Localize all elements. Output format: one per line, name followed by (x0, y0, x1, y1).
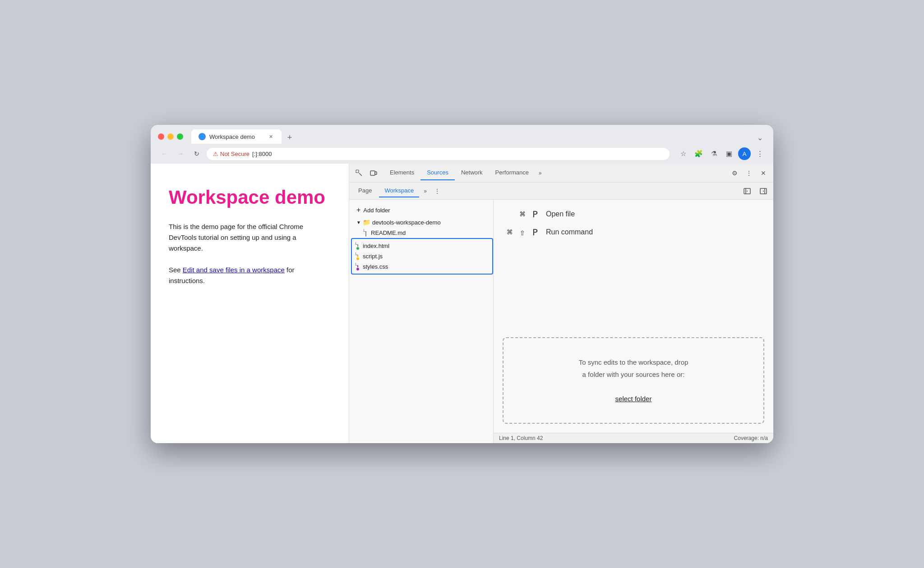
subtabs-more[interactable]: » (421, 186, 430, 196)
toggle-sidebar-right-icon[interactable] (757, 185, 770, 197)
url-address: [:]:8000 (252, 151, 272, 157)
subtab-right-icons (741, 185, 770, 197)
green-dot-index (356, 247, 360, 250)
status-position: Line 1, Column 42 (499, 435, 543, 441)
tab-close-button[interactable]: ✕ (267, 133, 274, 140)
plus-icon: + (356, 206, 360, 214)
devtools-toolbar-right: ⚙ ⋮ ✕ (728, 167, 770, 179)
tab-sources[interactable]: Sources (420, 165, 455, 180)
file-row-index[interactable]: index.html (353, 241, 491, 251)
back-button[interactable]: ← (158, 147, 171, 160)
tabs-more-button[interactable]: ⌄ (753, 131, 766, 144)
select-folder-link[interactable]: select folder (615, 395, 652, 403)
file-name-index: index.html (363, 243, 389, 249)
menu-icon[interactable]: ⋮ (753, 147, 766, 160)
file-name-readme: README.md (371, 229, 406, 236)
toggle-sidebar-left-icon[interactable] (741, 185, 753, 197)
tab-title: Workspace demo (209, 133, 263, 140)
devtools-tabs-more[interactable]: » (535, 168, 545, 178)
orange-dot-script (356, 257, 360, 261)
subtab-workspace[interactable]: Workspace (379, 184, 419, 197)
svg-rect-1 (370, 171, 375, 175)
browser-toolbar-icons: ☆ 🧩 ⚗ ▣ A ⋮ (677, 147, 766, 160)
drop-zone-line2: a folder with your sources here or: (513, 368, 754, 380)
shortcut-open-label: Open file (546, 210, 575, 218)
subtab-page[interactable]: Page (353, 184, 377, 197)
close-traffic-light[interactable] (158, 133, 164, 140)
labs-icon[interactable]: ⚗ (707, 147, 720, 160)
subtab-menu-icon[interactable]: ⋮ (431, 186, 443, 197)
file-group-highlight: index.html script.js (351, 238, 493, 275)
tab-network[interactable]: Network (455, 165, 489, 180)
shortcut-open-file: ⌘ P Open file (503, 209, 764, 220)
warning-icon: ⚠ (213, 151, 218, 157)
shortcut-run-keys: ⌘ ⇧ P (503, 227, 539, 238)
shortcut-run-label: Run command (546, 228, 593, 236)
address-bar: ← → ↻ ⚠ Not Secure [:]:8000 ☆ 🧩 ⚗ ▣ A ⋮ (151, 144, 773, 164)
fullscreen-traffic-light[interactable] (177, 133, 183, 140)
status-bar: Line 1, Column 42 Coverage: n/a (494, 433, 773, 443)
devtools-menu-icon[interactable]: ⋮ (743, 167, 755, 179)
tab-performance[interactable]: Performance (489, 165, 535, 180)
svg-rect-0 (356, 170, 359, 173)
sources-secondary-toolbar: Page Workspace » ⋮ (349, 183, 773, 200)
drop-zone-line1: To sync edits to the workspace, drop (513, 356, 754, 368)
editor-area: ⌘ P Open file ⌘ ⇧ P Run command To sync … (494, 200, 773, 443)
settings-icon[interactable]: ⚙ (728, 167, 741, 179)
folder-arrow-icon: ▼ (356, 220, 361, 225)
browser-window: 🌐 Workspace demo ✕ + ⌄ ← → ↻ ⚠ Not Secur… (151, 125, 773, 443)
file-row-script[interactable]: script.js (353, 251, 491, 261)
page-title: Workspace demo (169, 186, 331, 209)
purple-dot-styles (356, 267, 360, 271)
svg-rect-2 (375, 172, 377, 174)
file-row-styles[interactable]: styles.css (353, 261, 491, 272)
tab-favicon: 🌐 (199, 133, 206, 140)
file-name-script: script.js (363, 253, 383, 260)
tab-bar: 🌐 Workspace demo ✕ + ⌄ (191, 129, 766, 144)
security-warning: ⚠ Not Secure (213, 151, 249, 157)
file-name-styles: styles.css (363, 263, 388, 270)
device-toolbar-icon[interactable] (367, 167, 380, 179)
reload-button[interactable]: ↻ (190, 147, 203, 160)
new-tab-button[interactable]: + (283, 131, 296, 144)
tab-elements[interactable]: Elements (383, 165, 420, 180)
bookmark-icon[interactable]: ☆ (677, 147, 689, 160)
webpage-content: Workspace demo This is the demo page for… (151, 164, 349, 443)
main-content: Workspace demo This is the demo page for… (151, 164, 773, 443)
status-coverage: Coverage: n/a (734, 435, 768, 441)
devtools-panel: Elements Sources Network Performance » ⚙ (349, 164, 773, 443)
page-see-text: See Edit and save files in a workspace f… (169, 265, 331, 286)
drop-zone[interactable]: To sync edits to the workspace, drop a f… (503, 337, 764, 424)
devtools-tabs: Elements Sources Network Performance » (383, 165, 726, 180)
file-tree: + Add folder ▼ 📁 devtools-workspace-demo… (349, 200, 494, 443)
profile-icon[interactable]: A (738, 147, 751, 160)
extensions-icon[interactable]: 🧩 (692, 147, 705, 160)
file-row-readme[interactable]: README.md (349, 228, 493, 238)
inspect-element-icon[interactable] (353, 167, 365, 179)
traffic-lights (158, 133, 183, 140)
editor-shortcuts: ⌘ P Open file ⌘ ⇧ P Run command (494, 200, 773, 328)
forward-button[interactable]: → (174, 147, 187, 160)
sources-panel-body: + Add folder ▼ 📁 devtools-workspace-demo… (349, 200, 773, 443)
shortcut-open-keys: ⌘ P (503, 209, 539, 220)
folder-icon: 📁 (363, 219, 370, 226)
folder-row[interactable]: ▼ 📁 devtools-workspace-demo (349, 217, 493, 228)
close-devtools-icon[interactable]: ✕ (757, 167, 770, 179)
browser-tab[interactable]: 🌐 Workspace demo ✕ (191, 129, 282, 144)
page-description: This is the demo page for the official C… (169, 221, 331, 254)
workspace-link[interactable]: Edit and save files in a workspace (183, 266, 285, 274)
split-screen-icon[interactable]: ▣ (723, 147, 735, 160)
minimize-traffic-light[interactable] (167, 133, 174, 140)
shortcut-run-command: ⌘ ⇧ P Run command (503, 227, 764, 238)
title-bar: 🌐 Workspace demo ✕ + ⌄ (151, 125, 773, 144)
url-bar[interactable]: ⚠ Not Secure [:]:8000 (207, 148, 670, 160)
add-folder-button[interactable]: + Add folder (349, 203, 493, 217)
devtools-toolbar: Elements Sources Network Performance » ⚙ (349, 164, 773, 183)
file-icon-readme (365, 229, 366, 237)
